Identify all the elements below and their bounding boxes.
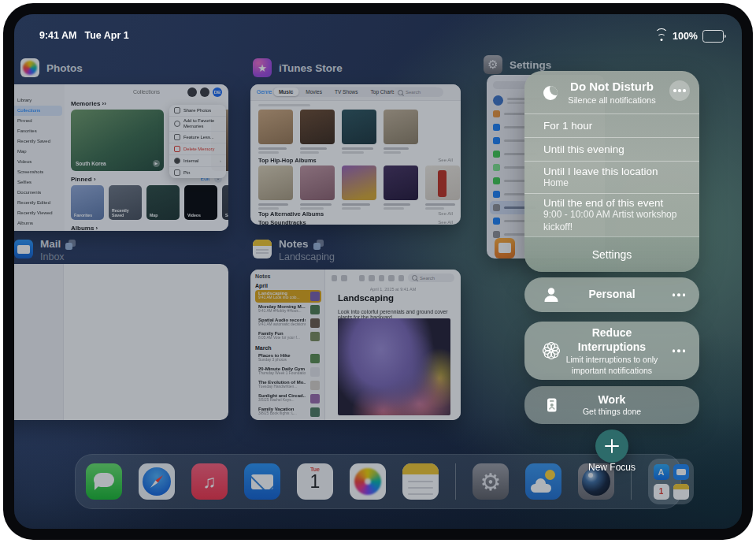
dnd-header: Do Not Disturb Silence all notifications [524, 71, 699, 113]
dnd-more-options-button[interactable] [669, 80, 690, 101]
option-until-leave-location[interactable]: Until I leave this location Home [524, 161, 699, 193]
do-not-disturb-panel: Do Not Disturb Silence all notifications… [524, 71, 699, 272]
person-icon [542, 285, 561, 304]
status-bar: 9:41 AM Tue Apr 1 100% [14, 14, 742, 46]
reduce-interruptions-more-options-button[interactable] [673, 349, 686, 352]
personal-more-options-button[interactable] [673, 293, 686, 296]
battery-percent: 100% [673, 31, 698, 42]
ipad-device: Photos Library Collections Pinned Favori… [0, 0, 756, 543]
new-focus-label: New Focus [565, 462, 659, 473]
option-until-end-of-event[interactable]: Until the end of this event 9:00 - 10:00… [524, 193, 699, 236]
status-date: Tue Apr 1 [84, 30, 128, 41]
focus-reduce-interruptions-button[interactable]: Reduce Interruptions Limit interruptions… [524, 322, 699, 380]
new-focus-button[interactable] [595, 430, 628, 463]
plus-icon [605, 439, 619, 453]
battery-icon [702, 30, 726, 43]
screen: Photos Library Collections Pinned Favori… [14, 14, 742, 529]
status-time: 9:41 AM [39, 30, 76, 41]
badge-icon [542, 396, 561, 415]
option-for-1-hour[interactable]: For 1 hour [524, 113, 699, 137]
wifi-icon [654, 32, 668, 42]
reduce-interruptions-icon [542, 341, 561, 360]
dnd-settings-button[interactable]: Settings [524, 236, 699, 272]
focus-work-button[interactable]: Work Get things done [524, 386, 699, 424]
option-until-evening[interactable]: Until this evening [524, 137, 699, 161]
focus-personal-button[interactable]: Personal [524, 277, 699, 312]
